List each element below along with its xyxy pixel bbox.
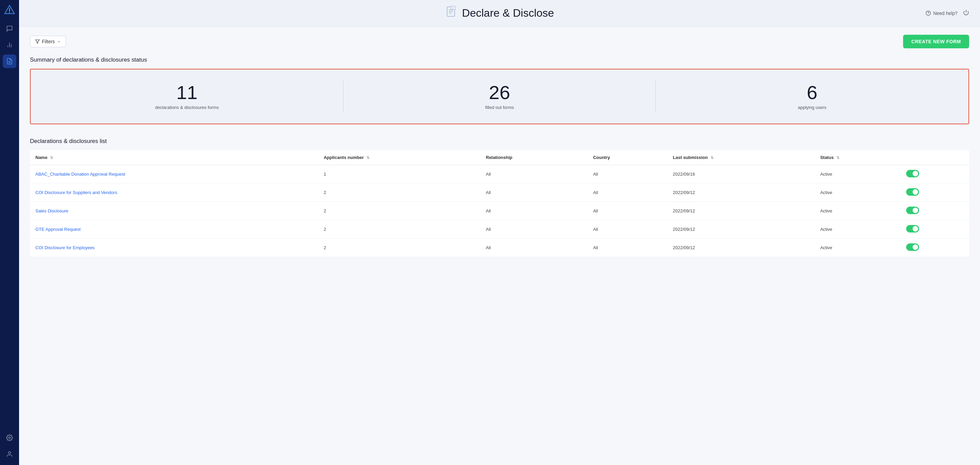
col-applicants[interactable]: Applicants number ⇅ — [318, 150, 480, 165]
sidebar-logo[interactable] — [3, 4, 16, 16]
sidebar — [0, 0, 19, 465]
svg-rect-14 — [450, 6, 455, 10]
row-status-1: Active — [815, 183, 901, 202]
status-toggle-3[interactable] — [906, 225, 919, 232]
row-toggle-4[interactable] — [901, 239, 969, 257]
create-new-form-button[interactable]: CREATE NEW FORM — [903, 35, 969, 48]
page-title: Declare & Disclose — [462, 7, 554, 19]
sort-applicants-icon: ⇅ — [366, 156, 369, 160]
row-country-3: All — [588, 220, 667, 239]
filter-icon — [35, 39, 40, 44]
row-relationship-0: All — [480, 165, 588, 183]
sidebar-item-messages[interactable] — [3, 22, 16, 35]
svg-point-8 — [9, 437, 11, 439]
sidebar-item-user[interactable] — [3, 447, 16, 461]
summary-section-title: Summary of declarations & disclosures st… — [30, 57, 969, 63]
sidebar-item-forms[interactable] — [3, 54, 16, 68]
page-icon — [445, 5, 458, 21]
col-name[interactable]: Name ⇅ — [30, 150, 318, 165]
col-status[interactable]: Status ⇅ — [815, 150, 901, 165]
table-row: Sales Disclosure 2 All All 2022/09/12 Ac… — [30, 202, 969, 220]
col-relationship: Relationship — [480, 150, 588, 165]
row-country-0: All — [588, 165, 667, 183]
table-section-title: Declarations & disclosures list — [30, 138, 969, 145]
table-row: ABAC_Charitable Donation Approval Reques… — [30, 165, 969, 183]
svg-point-9 — [8, 452, 11, 454]
svg-marker-20 — [35, 40, 40, 44]
topbar-actions: Need help? — [926, 9, 969, 17]
status-toggle-2[interactable] — [906, 207, 919, 214]
col-country: Country — [588, 150, 667, 165]
power-button[interactable] — [963, 9, 969, 17]
row-submission-4: 2022/09/12 — [667, 239, 815, 257]
row-submission-3: 2022/09/12 — [667, 220, 815, 239]
sort-status-icon: ⇅ — [837, 156, 840, 160]
table-row: COI Disclosure for Suppliers and Vendors… — [30, 183, 969, 202]
row-applicants-0: 1 — [318, 165, 480, 183]
main-area: Declare & Disclose Need help? — [19, 0, 980, 465]
summary-label-users: applying users — [798, 105, 827, 110]
row-status-0: Active — [815, 165, 901, 183]
table-row: COI Disclosure for Employees 2 All All 2… — [30, 239, 969, 257]
summary-card-forms: 11 declarations & disclosures forms — [30, 69, 343, 124]
summary-card-users: 6 applying users — [656, 69, 969, 124]
status-toggle-0[interactable] — [906, 170, 919, 177]
declarations-table: Name ⇅ Applicants number ⇅ Relationship … — [30, 150, 969, 257]
summary-label-filled: filled out forms — [485, 105, 514, 110]
status-toggle-1[interactable] — [906, 188, 919, 196]
summary-number-users: 6 — [807, 83, 817, 102]
row-status-3: Active — [815, 220, 901, 239]
summary-card-filled: 26 filled out forms — [343, 69, 656, 124]
col-toggle — [901, 150, 969, 165]
topbar-title-area: Declare & Disclose — [445, 5, 554, 21]
chevron-down-icon — [57, 40, 61, 44]
summary-number-filled: 26 — [489, 83, 510, 102]
row-name-4[interactable]: COI Disclosure for Employees — [30, 239, 318, 257]
need-help-button[interactable]: Need help? — [926, 11, 958, 16]
topbar: Declare & Disclose Need help? — [19, 0, 980, 27]
sidebar-item-charts[interactable] — [3, 38, 16, 52]
row-name-3[interactable]: GTE Approval Request — [30, 220, 318, 239]
row-country-4: All — [588, 239, 667, 257]
row-toggle-0[interactable] — [901, 165, 969, 183]
row-relationship-4: All — [480, 239, 588, 257]
col-submission[interactable]: Last submission ⇅ — [667, 150, 815, 165]
row-name-2[interactable]: Sales Disclosure — [30, 202, 318, 220]
row-submission-1: 2022/09/12 — [667, 183, 815, 202]
summary-label-forms: declarations & disclosures forms — [155, 105, 219, 110]
row-country-2: All — [588, 202, 667, 220]
row-toggle-1[interactable] — [901, 183, 969, 202]
row-toggle-3[interactable] — [901, 220, 969, 239]
help-icon — [926, 11, 931, 16]
row-applicants-4: 2 — [318, 239, 480, 257]
row-relationship-2: All — [480, 202, 588, 220]
sort-submission-icon: ⇅ — [711, 156, 714, 160]
row-status-4: Active — [815, 239, 901, 257]
row-relationship-3: All — [480, 220, 588, 239]
table-header-row: Name ⇅ Applicants number ⇅ Relationship … — [30, 150, 969, 165]
summary-number-forms: 11 — [176, 83, 197, 102]
sort-name-icon: ⇅ — [50, 156, 53, 160]
row-submission-2: 2022/09/12 — [667, 202, 815, 220]
row-status-2: Active — [815, 202, 901, 220]
row-name-1[interactable]: COI Disclosure for Suppliers and Vendors — [30, 183, 318, 202]
row-relationship-1: All — [480, 183, 588, 202]
filters-button[interactable]: Filters — [30, 36, 66, 47]
summary-cards: 11 declarations & disclosures forms 26 f… — [30, 69, 969, 124]
toolbar: Filters CREATE NEW FORM — [30, 35, 969, 48]
svg-point-2 — [9, 12, 10, 13]
row-name-0[interactable]: ABAC_Charitable Donation Approval Reques… — [30, 165, 318, 183]
row-applicants-3: 2 — [318, 220, 480, 239]
content-area: Filters CREATE NEW FORM Summary of decla… — [19, 27, 980, 465]
sidebar-item-settings[interactable] — [3, 431, 16, 444]
power-icon — [963, 9, 969, 15]
status-toggle-4[interactable] — [906, 244, 919, 251]
row-submission-0: 2022/09/16 — [667, 165, 815, 183]
row-toggle-2[interactable] — [901, 202, 969, 220]
table-row: GTE Approval Request 2 All All 2022/09/1… — [30, 220, 969, 239]
row-applicants-2: 2 — [318, 202, 480, 220]
row-country-1: All — [588, 183, 667, 202]
row-applicants-1: 2 — [318, 183, 480, 202]
